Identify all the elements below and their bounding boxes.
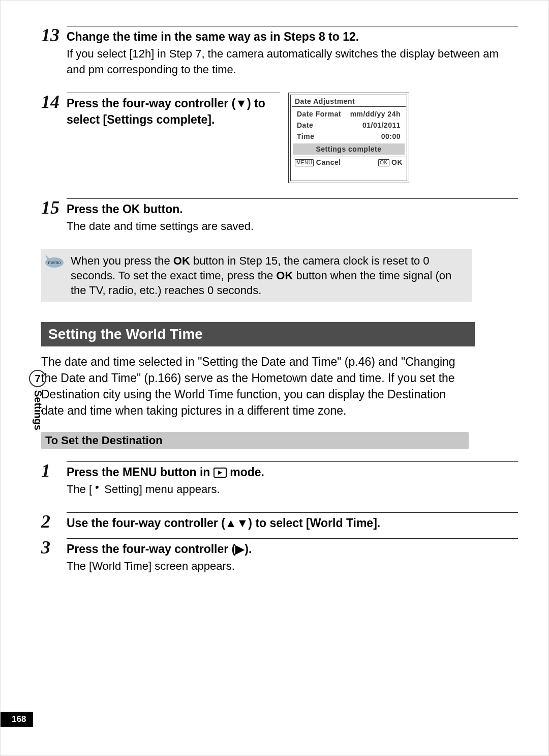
chapter-number: 7 xyxy=(29,370,46,387)
svg-marker-3 xyxy=(218,471,222,475)
screen-footer: MENU Cancel OK OK xyxy=(292,157,406,166)
step-title: Use the four-way controller (▲▼) to sele… xyxy=(67,515,518,531)
section-header: Setting the World Time xyxy=(41,322,475,346)
screen-row-label: Time xyxy=(297,132,314,140)
step-desc: The [ Setting] menu appears. xyxy=(67,481,518,497)
screen-row: Date Format mm/dd/yy 24h xyxy=(293,109,405,119)
playback-mode-icon xyxy=(214,468,227,478)
step-number: 3 xyxy=(41,538,67,557)
step-number: 13 xyxy=(41,26,67,44)
page-number: 168 xyxy=(1,712,33,727)
sub-header: To Set the Destination xyxy=(41,432,469,449)
screen-row-selected: Settings complete xyxy=(293,143,405,155)
step-b3: 3 Press the four-way controller (▶). The… xyxy=(41,538,518,574)
screen-row: Date 01/01/2011 xyxy=(293,120,405,130)
section-paragraph: The date and time selected in "Setting t… xyxy=(41,354,461,419)
screen-row-label: Date xyxy=(297,121,313,129)
step-number: 15 xyxy=(41,198,67,217)
step-13: 13 Change the time in the same way as in… xyxy=(41,26,518,77)
svg-text:memo: memo xyxy=(48,260,60,265)
screen-row-value: 01/01/2011 xyxy=(362,121,401,129)
memo-text: When you press the OK button in Step 15,… xyxy=(71,253,465,298)
chapter-tab: 7 Settings xyxy=(29,370,46,430)
step-title: Press the OK button. xyxy=(67,201,518,217)
step-14: 14 Press the four-way controller (▼) to … xyxy=(41,93,518,183)
lcd-screen: Date Adjustment Date Format mm/dd/yy 24h… xyxy=(288,93,409,183)
ok-label-box: OK xyxy=(378,159,389,166)
step-desc: The [World Time] screen appears. xyxy=(67,558,518,574)
memo-icon: memo xyxy=(41,251,67,270)
step-title: Change the time in the same way as in St… xyxy=(67,28,518,45)
step-number: 2 xyxy=(41,512,67,531)
chapter-label: Settings xyxy=(32,390,44,430)
step-title: Press the four-way controller (▼) to sel… xyxy=(67,95,280,128)
menu-label-box: MENU xyxy=(295,159,314,166)
step-desc: If you select [12h] in Step 7, the camer… xyxy=(67,46,518,77)
step-number: 1 xyxy=(41,461,67,480)
memo-callout: memo When you press the OK button in Ste… xyxy=(41,249,472,302)
screen-header: Date Adjustment xyxy=(292,96,406,107)
screen-row-value: 00:00 xyxy=(381,132,401,140)
step-title: Press the MENU button in mode. xyxy=(67,464,518,480)
screen-row: Time 00:00 xyxy=(293,131,405,141)
step-desc: The date and time settings are saved. xyxy=(67,218,518,234)
step-number: 14 xyxy=(41,93,67,111)
manual-page: 13 Change the time in the same way as in… xyxy=(0,0,549,756)
step-15: 15 Press the OK button. The date and tim… xyxy=(41,198,518,234)
screen-row-label: Date Format xyxy=(297,110,341,118)
wrench-icon xyxy=(92,485,101,494)
step-b1: 1 Press the MENU button in mode. The [ S… xyxy=(41,461,518,497)
step-title: Press the four-way controller (▶). xyxy=(67,541,518,557)
footer-right-text: OK xyxy=(391,158,403,166)
footer-left-text: Cancel xyxy=(316,158,341,166)
step-b2: 2 Use the four-way controller (▲▼) to se… xyxy=(41,512,518,531)
screen-row-value: mm/dd/yy 24h xyxy=(350,110,401,118)
